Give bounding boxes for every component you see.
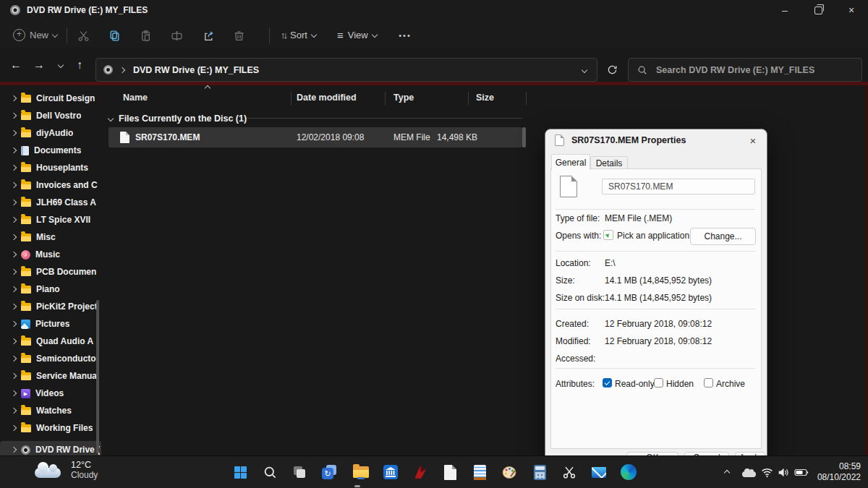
filename-input[interactable] [602, 179, 755, 194]
new-button[interactable]: + New [9, 25, 61, 45]
address-dropdown-icon[interactable] [582, 67, 587, 72]
back-button[interactable]: ← [6, 55, 26, 75]
column-divider[interactable] [468, 92, 469, 105]
sidebar-item-service-manuals[interactable]: Service Manua [0, 367, 107, 385]
file-explorer-button[interactable] [349, 461, 373, 484]
expand-chevron-icon[interactable] [11, 217, 17, 223]
expand-chevron-icon[interactable] [11, 321, 17, 327]
expand-chevron-icon[interactable] [11, 113, 17, 119]
battery-tray-button[interactable] [794, 456, 809, 488]
sidebar-item-misc[interactable]: Misc [0, 228, 107, 246]
expand-chevron-icon[interactable] [11, 425, 17, 431]
sidebar-item-documents[interactable]: Documents [0, 142, 107, 159]
ltspice-button[interactable] [409, 461, 432, 484]
tray-overflow-button[interactable] [725, 456, 729, 488]
expand-chevron-icon[interactable] [11, 252, 17, 257]
sidebar-item-piano[interactable]: Piano [0, 281, 107, 298]
sidebar-item-dell-vostro[interactable]: Dell Vostro [0, 107, 107, 124]
share-button[interactable] [197, 27, 218, 43]
edge-button[interactable] [617, 461, 640, 484]
search-box[interactable] [628, 58, 862, 82]
sidebar-item-invoices[interactable]: Invoices and C [0, 176, 107, 194]
sidebar-scrollbar[interactable] [96, 300, 99, 453]
wifi-tray-button[interactable] [761, 456, 773, 488]
expand-chevron-icon[interactable] [11, 447, 17, 453]
taskbar-clock[interactable]: 08:59 08/10/2022 [817, 461, 861, 483]
mail-button[interactable] [587, 461, 610, 484]
banking-app-button[interactable] [379, 461, 402, 484]
column-divider[interactable] [526, 92, 527, 105]
sidebar-item-pickit2[interactable]: PicKit2 Project [0, 298, 107, 315]
sidebar-item-semiconductors[interactable]: Semiconducto [0, 350, 107, 367]
weather-widget[interactable]: 12°C Cloudy [35, 460, 98, 480]
up-button[interactable]: ↑ [69, 55, 90, 75]
archive-checkbox[interactable] [704, 378, 713, 388]
expand-chevron-icon[interactable] [11, 408, 17, 414]
expand-chevron-icon[interactable] [11, 356, 17, 361]
snipping-tool-button[interactable] [558, 461, 581, 484]
minimize-button[interactable]: – [768, 0, 801, 20]
paste-button[interactable] [135, 27, 156, 43]
onedrive-tray-button[interactable] [742, 456, 756, 488]
search-input[interactable] [655, 64, 853, 76]
start-button[interactable] [229, 461, 252, 484]
sidebar-item-diyaudio[interactable]: diyAudio [0, 124, 107, 142]
view-button[interactable]: ≡ View [333, 25, 381, 45]
expand-chevron-icon[interactable] [11, 200, 17, 205]
notepad-button[interactable] [468, 461, 491, 484]
cut-button[interactable] [73, 27, 93, 43]
column-divider[interactable] [385, 92, 386, 105]
expand-chevron-icon[interactable] [11, 338, 17, 344]
document-app-button[interactable] [438, 461, 461, 484]
recent-locations-button[interactable] [51, 55, 71, 75]
sidebar-item-jlh69[interactable]: JLH69 Class A [0, 194, 107, 211]
expand-chevron-icon[interactable] [11, 165, 17, 171]
column-header-name[interactable]: Name [123, 88, 148, 107]
forward-button[interactable]: → [29, 55, 49, 75]
file-row-sr07s170[interactable]: SR07S170.MEM 12/02/2018 09:08 MEM File 1… [109, 127, 522, 147]
filename-field[interactable] [602, 179, 755, 194]
change-button[interactable]: Change... [690, 228, 756, 245]
copy-button[interactable] [104, 27, 124, 43]
tab-general[interactable]: General [551, 154, 590, 170]
expand-chevron-icon[interactable] [11, 130, 17, 136]
expand-chevron-icon[interactable] [11, 269, 17, 275]
refresh-button[interactable] [603, 61, 621, 78]
expand-chevron-icon[interactable] [11, 147, 17, 153]
column-header-size[interactable]: Size [476, 88, 494, 107]
expand-chevron-icon[interactable] [11, 286, 17, 292]
rename-button[interactable] [166, 27, 187, 43]
hidden-checkbox[interactable] [654, 378, 663, 388]
sidebar-item-videos[interactable]: ▶Videos [0, 385, 107, 402]
sort-button[interactable]: ↑↓ Sort [276, 25, 320, 45]
volume-tray-button[interactable] [777, 456, 789, 488]
collapse-chevron-icon[interactable] [108, 116, 114, 121]
delete-button[interactable] [229, 27, 249, 43]
file-group-header[interactable]: Files Currently on the Disc (1) [109, 111, 247, 126]
expand-chevron-icon[interactable] [11, 182, 17, 188]
sidebar-item-pcb-documents[interactable]: PCB Documen [0, 263, 107, 281]
restore-button[interactable] [801, 0, 835, 20]
column-divider[interactable] [291, 92, 292, 105]
breadcrumb[interactable]: DVD RW Drive (E:) MY_FILES [133, 65, 259, 75]
dialog-close-button[interactable]: × [744, 132, 762, 149]
sidebar-item-dvd-drive[interactable]: DVD RW Drive ( [0, 441, 101, 455]
column-header-type[interactable]: Type [393, 88, 414, 107]
column-header-date-modified[interactable]: Date modified [297, 88, 357, 107]
task-view-button[interactable] [288, 461, 311, 484]
sidebar-item-music[interactable]: ♪Music [0, 246, 107, 263]
filelist-scrollbar[interactable] [522, 127, 526, 147]
paint-button[interactable] [498, 461, 521, 484]
close-button[interactable]: × [835, 0, 868, 20]
expand-chevron-icon[interactable] [11, 234, 17, 240]
calculator-button[interactable] [528, 461, 551, 484]
more-options-button[interactable]: ••• [395, 27, 415, 43]
expand-chevron-icon[interactable] [11, 95, 17, 101]
readonly-checkbox[interactable] [603, 378, 612, 388]
expand-chevron-icon[interactable] [11, 373, 17, 379]
expand-chevron-icon[interactable] [11, 304, 17, 309]
sidebar-item-quad-audio[interactable]: Quad Audio A [0, 333, 107, 350]
sync-app-button[interactable]: ↻ [318, 461, 341, 484]
sidebar-item-lt-spice[interactable]: LT Spice XVII [0, 211, 107, 228]
sidebar-item-houseplants[interactable]: Houseplants [0, 159, 107, 176]
